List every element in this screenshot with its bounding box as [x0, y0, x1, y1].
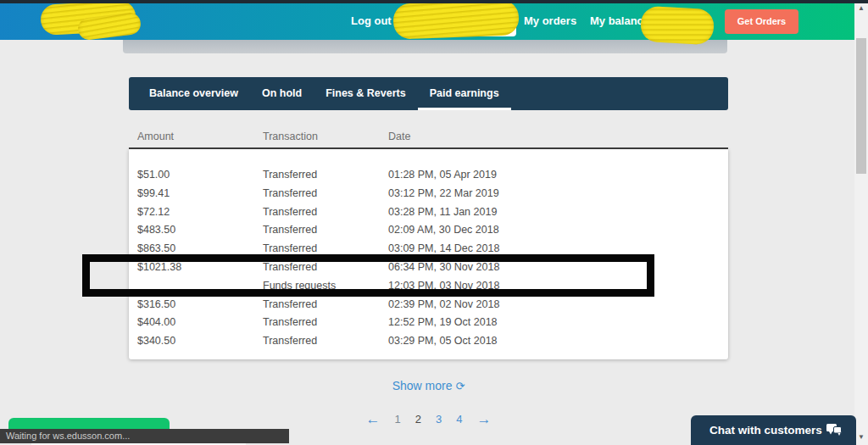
scrollbar-thumb[interactable]	[856, 38, 866, 174]
cell-transaction: Transferred	[263, 259, 317, 277]
chat-bubbles-icon	[826, 423, 843, 441]
table-row: $340.50 Transferred 03:29 PM, 05 Oct 201…	[129, 332, 728, 351]
cell-transaction: Transferred	[263, 240, 317, 259]
redaction-scribble-balance	[640, 6, 715, 45]
table-row: $863.50 Transferred 03:09 PM, 14 Dec 201…	[129, 240, 728, 259]
browser-status-bar: Waiting for ws.edusson.com...	[0, 429, 289, 443]
balance-tab-bar: Balance overview On hold Fines & Reverts…	[129, 77, 728, 110]
browser-top-strip	[0, 0, 868, 3]
cell-transaction: Transferred	[263, 332, 317, 351]
chat-with-customers-widget[interactable]: Chat with customers	[691, 415, 856, 445]
tab-balance-overview[interactable]: Balance overview	[137, 77, 250, 110]
show-more-link[interactable]: Show more⟳	[129, 379, 728, 392]
pagination-prev-icon[interactable]: ←	[366, 414, 381, 425]
cell-transaction: Funds requests	[263, 277, 336, 296]
cell-date: 12:52 PM, 19 Oct 2018	[388, 314, 498, 332]
cell-transaction: Transferred	[263, 166, 317, 185]
cell-transaction: Transferred	[263, 296, 317, 314]
transactions-list: $51.00 Transferred 01:28 PM, 05 Apr 2019…	[129, 166, 728, 351]
pagination: ← 1 2 3 4 →	[129, 413, 728, 426]
table-row: $51.00 Transferred 01:28 PM, 05 Apr 2019	[129, 166, 728, 185]
cell-amount: $404.00	[137, 314, 175, 332]
cell-date: 03:09 PM, 14 Dec 2018	[388, 240, 499, 259]
cell-amount: $340.50	[137, 332, 175, 351]
cell-amount: $99.41	[137, 185, 170, 203]
cell-amount: $316.50	[137, 296, 175, 314]
cell-date: 03:29 PM, 05 Oct 2018	[388, 332, 498, 351]
cell-amount: $863.50	[137, 240, 175, 259]
table-row: $316.50 Transferred 02:39 PM, 02 Nov 201…	[129, 296, 728, 314]
cell-date: 06:34 PM, 30 Nov 2018	[388, 259, 499, 277]
redaction-scribble-nav	[392, 0, 519, 40]
cell-amount: $51.00	[137, 166, 170, 185]
cell-date: 03:12 PM, 22 Mar 2019	[388, 185, 499, 203]
cell-transaction: Transferred	[263, 221, 317, 240]
vertical-scrollbar: ▲ ▼	[854, 0, 868, 445]
table-row: $99.41 Transferred 03:12 PM, 22 Mar 2019	[129, 185, 728, 203]
page-root: Log out My orders My balance Get Orders …	[0, 0, 868, 445]
get-orders-button[interactable]: Get Orders	[725, 9, 798, 34]
pagination-page-1[interactable]: 1	[395, 413, 401, 426]
table-row: $1021.38 Transferred 06:34 PM, 30 Nov 20…	[129, 259, 728, 277]
chat-widget-label: Chat with customers	[709, 415, 822, 445]
tab-on-hold[interactable]: On hold	[250, 77, 314, 110]
pagination-page-4[interactable]: 4	[456, 413, 462, 426]
cell-date: 02:39 PM, 02 Nov 2018	[388, 296, 499, 314]
column-header-date: Date	[388, 131, 410, 142]
table-row: $72.12 Transferred 03:28 PM, 11 Jan 2019	[129, 203, 728, 222]
logout-link[interactable]: Log out	[351, 14, 392, 27]
cell-amount: $483.50	[137, 221, 175, 240]
refresh-icon: ⟳	[455, 380, 465, 392]
cell-date: 03:28 PM, 11 Jan 2019	[388, 203, 497, 222]
tab-paid-earnings[interactable]: Paid earnings	[418, 77, 511, 110]
cell-date: 12:03 PM, 03 Nov 2018	[388, 277, 499, 296]
cell-amount: $72.12	[137, 203, 170, 222]
cell-transaction: Transferred	[263, 203, 317, 222]
column-header-transaction: Transaction	[263, 131, 318, 142]
scrollbar-up-icon[interactable]: ▲	[854, 3, 868, 14]
scrolled-header-band	[123, 40, 727, 53]
show-more-label: Show more	[392, 379, 453, 392]
cell-amount: $1021.38	[137, 259, 181, 277]
table-row: $483.50 Transferred 02:09 AM, 30 Dec 201…	[129, 221, 728, 240]
cell-transaction: Transferred	[263, 185, 317, 203]
column-header-amount: Amount	[137, 131, 174, 142]
table-row: Funds requests 12:03 PM, 03 Nov 2018	[129, 277, 728, 296]
pagination-next-icon[interactable]: →	[476, 414, 491, 425]
cell-transaction: Transferred	[263, 314, 317, 332]
cell-date: 02:09 AM, 30 Dec 2018	[388, 221, 499, 240]
tab-fines-reverts[interactable]: Fines & Reverts	[314, 77, 417, 110]
pagination-page-3[interactable]: 3	[436, 413, 442, 426]
pagination-page-2[interactable]: 2	[415, 413, 421, 426]
cell-date: 01:28 PM, 05 Apr 2019	[388, 166, 497, 185]
my-orders-link[interactable]: My orders	[524, 14, 576, 27]
table-row: $404.00 Transferred 12:52 PM, 19 Oct 201…	[129, 314, 728, 332]
transactions-card: $51.00 Transferred 01:28 PM, 05 Apr 2019…	[129, 149, 728, 359]
scrollbar-down-icon[interactable]: ▼	[854, 431, 868, 443]
